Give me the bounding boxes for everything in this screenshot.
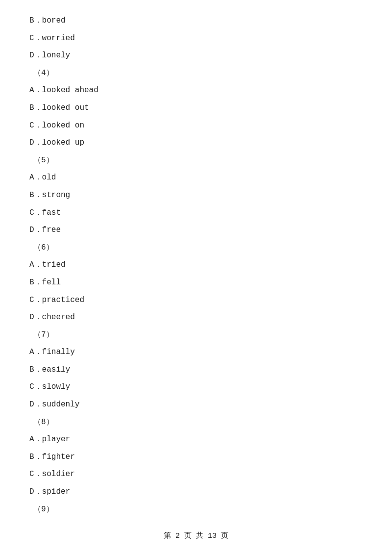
- option-d-suddenly: D．suddenly: [29, 399, 363, 411]
- option-a-old: A．old: [29, 172, 363, 184]
- option-b-fighter: B．fighter: [29, 451, 363, 464]
- question-9-number: （9）: [33, 504, 363, 516]
- option-c-slowly: C．slowly: [29, 381, 363, 394]
- option-d-cheered: D．cheered: [29, 311, 363, 324]
- option-d-looked-up: D．looked up: [29, 137, 363, 150]
- question-6-number: （6）: [33, 242, 363, 254]
- option-b-fell: B．fell: [29, 277, 363, 289]
- option-b-easily: B．easily: [29, 364, 363, 377]
- option-c-worried: C．worried: [29, 32, 363, 45]
- option-c-soldier: C．soldier: [29, 468, 363, 481]
- option-a-player: A．player: [29, 433, 363, 446]
- page-footer: 第 2 页 共 13 页: [0, 531, 392, 540]
- option-d-free: D．free: [29, 224, 363, 237]
- option-b-bored: B．bored: [29, 15, 363, 27]
- option-c-looked-on: C．looked on: [29, 120, 363, 132]
- option-a-finally: A．finally: [29, 346, 363, 359]
- option-c-fast: C．fast: [29, 207, 363, 220]
- question-8-number: （8）: [33, 416, 363, 429]
- option-a-looked-ahead: A．looked ahead: [29, 84, 363, 97]
- question-4-number: （4）: [33, 67, 363, 80]
- question-7-number: （7）: [33, 329, 363, 342]
- option-a-tried: A．tried: [29, 259, 363, 272]
- question-5-number: （5）: [33, 154, 363, 167]
- option-c-practiced: C．practiced: [29, 294, 363, 307]
- page-content: B．bored C．worried D．lonely （4） A．looked …: [0, 0, 392, 550]
- option-b-strong: B．strong: [29, 189, 363, 202]
- option-b-looked-out: B．looked out: [29, 102, 363, 115]
- option-d-spider: D．spider: [29, 486, 363, 499]
- option-d-lonely: D．lonely: [29, 50, 363, 62]
